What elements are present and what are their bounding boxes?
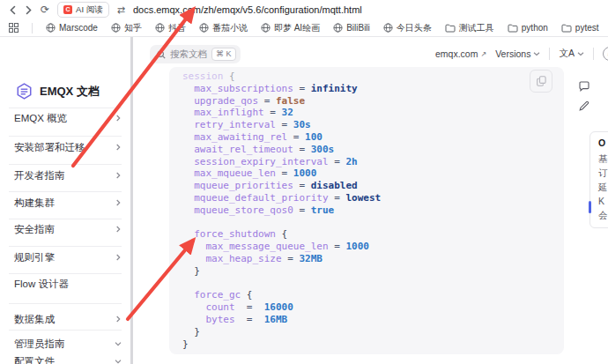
- chevron-right-icon: [115, 226, 122, 233]
- bookmarks-list: Marscode知乎抖音番茄小说即梦 AI绘画BiliBili今日头条测试工具p…: [46, 22, 608, 34]
- bookmark-label: 抖音: [168, 22, 186, 34]
- bookmark-label: BiliBili: [346, 23, 370, 33]
- chevron-right-icon: [115, 316, 122, 323]
- code-line: }: [182, 326, 381, 338]
- code-line: max_subscriptions = infinity: [182, 83, 381, 95]
- bookmark-site[interactable]: BiliBili: [333, 23, 370, 33]
- sidebar-separator: [9, 273, 122, 274]
- chevron-down-icon: [115, 358, 122, 364]
- code-line: bytes = 16MB: [182, 314, 381, 326]
- toc-item-3[interactable]: 延: [598, 180, 608, 194]
- globe-icon: [333, 23, 343, 33]
- bookmark-site[interactable]: Marscode: [46, 23, 98, 33]
- chevron-right-icon: [115, 115, 122, 122]
- bookmarks-divider: [32, 23, 33, 33]
- code-line: [182, 217, 381, 229]
- sidebar-item-2[interactable]: 安装部署和迁移: [14, 140, 122, 154]
- sidebar-item-8[interactable]: 数据集成: [14, 312, 122, 326]
- sidebar-item-7[interactable]: Flow 设计器: [14, 277, 122, 291]
- theme-toggle-icon[interactable]: ☼: [603, 47, 608, 61]
- globe-icon: [155, 23, 165, 33]
- bookmark-label: Marscode: [59, 23, 98, 33]
- search-icon: [157, 50, 166, 59]
- sidebar-separator: [9, 108, 122, 108]
- address-bar-url[interactable]: docs.emqx.com/zh/emqx/v5.6/configuration…: [133, 4, 362, 15]
- versions-dropdown[interactable]: Versions: [495, 48, 540, 59]
- sidebar-item-10[interactable]: 配置文件: [14, 354, 122, 364]
- code-line: force_gc {: [182, 289, 381, 301]
- folder-icon: [445, 24, 456, 33]
- copy-code-button[interactable]: [530, 70, 552, 93]
- sidebar-separator: [9, 330, 122, 331]
- on-this-page-panel: O 基订延K会: [589, 131, 608, 228]
- bookmark-folder[interactable]: pytest: [561, 23, 599, 33]
- forward-icon[interactable]: [25, 5, 33, 15]
- bookmark-site[interactable]: 即梦 AI绘画: [261, 22, 320, 34]
- toc-active-indicator: [589, 201, 591, 213]
- toc-item-5[interactable]: 会: [598, 208, 608, 222]
- sidebar-item-label: 安全指南: [14, 223, 55, 236]
- bookmarks-bar: Marscode知乎抖音番茄小说即梦 AI绘画BiliBili今日头条测试工具p…: [0, 19, 608, 37]
- feedback-link[interactable]: [579, 81, 589, 92]
- sidebar-item-label: EMQX 概览: [14, 112, 67, 125]
- translate-icon: 文A: [559, 48, 575, 60]
- sidebar-item-9[interactable]: 管理员指南: [14, 337, 122, 351]
- globe-icon: [46, 23, 56, 33]
- translate-switch-icon[interactable]: ⇄: [117, 4, 125, 16]
- sidebar-item-4[interactable]: 构建集群: [14, 196, 122, 210]
- sidebar-item-5[interactable]: 安全指南: [14, 222, 122, 236]
- toc-item-1[interactable]: 基: [598, 152, 608, 166]
- bookmark-label: 知乎: [124, 22, 142, 34]
- chevron-right-icon: [115, 144, 122, 151]
- comment-icon: [579, 81, 589, 92]
- pencil-icon: [579, 100, 589, 111]
- copy-icon: [537, 76, 546, 86]
- sidebar-separator: [9, 164, 122, 165]
- chevron-right-icon: [115, 172, 122, 179]
- ai-reader-badge[interactable]: C AI 阅读: [57, 2, 109, 18]
- reload-icon[interactable]: ⟳: [41, 4, 49, 15]
- edit-page-link[interactable]: [579, 100, 589, 111]
- header-divider: [593, 48, 594, 60]
- versions-label: Versions: [495, 48, 530, 59]
- bookmark-site[interactable]: 番茄小说: [199, 22, 248, 34]
- bookmark-site[interactable]: 抖音: [155, 22, 186, 34]
- toc-item-4[interactable]: K: [598, 194, 608, 208]
- search-placeholder: 搜索文档: [170, 48, 207, 61]
- chevron-down-icon: [115, 340, 122, 347]
- back-icon[interactable]: [9, 5, 17, 15]
- config-code-block: session { max_subscriptions = infinity u…: [169, 67, 564, 354]
- toc-items: 基订延K会: [598, 152, 608, 222]
- code-line: session_expiry_interval = 2h: [182, 156, 381, 168]
- browser-toolbar: ⟳ C AI 阅读 ⇄ docs.emqx.com/zh/emqx/v5.6/c…: [0, 0, 608, 19]
- globe-icon: [383, 23, 393, 33]
- bookmark-label: 今日头条: [397, 22, 432, 34]
- emqx-logo[interactable]: EMQX 文档: [16, 83, 100, 100]
- code-line: }: [182, 338, 381, 351]
- toc-item-2[interactable]: 订: [598, 166, 608, 180]
- language-dropdown[interactable]: 文A: [559, 48, 584, 60]
- sidebar-title: EMQX 文档: [40, 84, 100, 100]
- sidebar-item-3[interactable]: 开发者指南: [14, 168, 122, 182]
- code-line: await_rel_timeout = 300s: [182, 144, 381, 156]
- chevron-down-icon: [533, 50, 540, 57]
- apps-grid-icon[interactable]: [9, 20, 19, 36]
- search-input[interactable]: 搜索文档 ⌘ K: [150, 45, 241, 63]
- external-link-icon: ↗: [480, 50, 486, 58]
- bookmark-site[interactable]: 今日头条: [383, 22, 432, 34]
- code-line: max_inflight = 32: [182, 107, 381, 119]
- sidebar-item-6[interactable]: 规则引擎: [14, 250, 122, 264]
- sidebar-item-label: 管理员指南: [14, 338, 65, 351]
- code-lines: session { max_subscriptions = infinity u…: [182, 71, 381, 350]
- bookmark-folder[interactable]: 测试工具: [445, 22, 494, 34]
- globe-icon: [261, 23, 271, 33]
- sidebar-item-1[interactable]: EMQX 概览: [14, 111, 122, 125]
- sidebar-scrollbar[interactable]: [130, 37, 133, 364]
- emqx-site-link[interactable]: emqx.com ↗: [435, 48, 486, 59]
- sidebar-item-label: 数据集成: [14, 313, 55, 326]
- chevron-right-icon: [115, 254, 122, 261]
- bookmark-site[interactable]: 知乎: [111, 22, 142, 34]
- code-line: mqueue_store_qos0 = true: [182, 204, 381, 217]
- bookmark-folder[interactable]: python: [508, 23, 548, 33]
- chevron-down-icon: [577, 50, 584, 57]
